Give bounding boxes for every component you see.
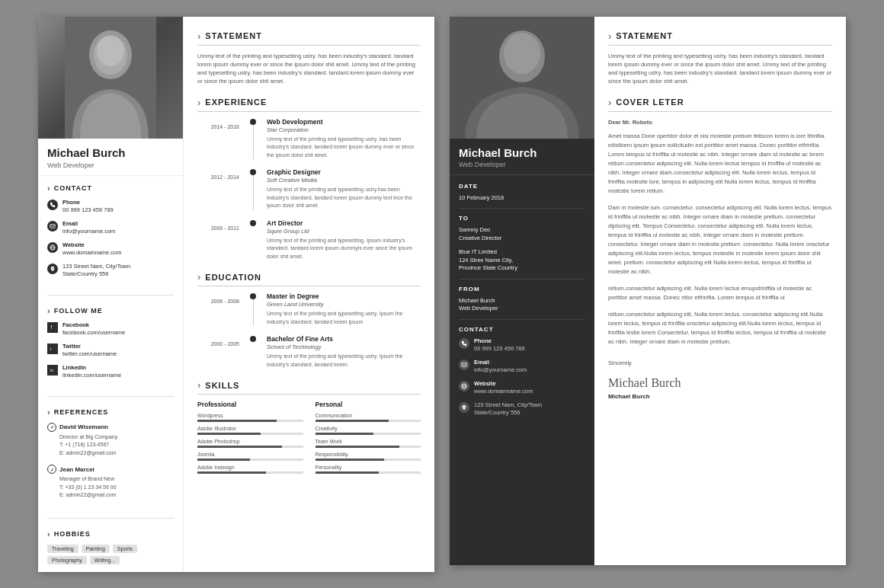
skills-container: Professional Wordpress Adobe Illustrator…	[197, 401, 421, 478]
ref1: David Wisemann Director at Big Company T…	[47, 423, 174, 458]
timeline-line	[253, 125, 254, 160]
ref1-icon	[47, 423, 56, 432]
page1: Michael Burch Web Developer CONTACT Phon…	[38, 17, 434, 572]
phone-text: Phone 00 999 123 456 789	[62, 199, 114, 215]
timeline-dot-line	[247, 335, 259, 369]
page2: Michael Burch Web Developer DATE 10 Febr…	[450, 17, 846, 565]
timeline-right: Graphic Designer Soft Creative Media Umm…	[267, 168, 421, 210]
linkedin-text: Linkedin linkedin.com/username	[62, 364, 121, 380]
skill-name: Adobe Photoshop	[197, 439, 303, 444]
p2-to-company: Blue IT Limited 124 Stree Name City, Pro…	[459, 248, 585, 273]
skill-bar-bg	[315, 459, 421, 461]
person-title: Web Developer	[47, 161, 174, 169]
follow-section: FOLLOW ME f Facebook facebook.com/userna…	[38, 299, 183, 393]
skill-bar-fill	[315, 471, 379, 474]
statement-text: Ummy text of the printing and typesettin…	[197, 52, 421, 86]
hobby-tags: TravelingPaintingSportsPhotographyWritin…	[47, 545, 174, 564]
statement-header: STATEMENT	[197, 30, 421, 46]
follow-heading: FOLLOW ME	[47, 306, 174, 315]
skill-bar-fill	[315, 420, 389, 422]
timeline-right: Master in Degree Green Land University U…	[267, 292, 421, 326]
timeline-right: Web Development Star Corporation Ummy te…	[267, 118, 421, 160]
timeline-dot-line	[247, 219, 259, 261]
p2-to-label: TO	[459, 215, 585, 222]
divider2	[47, 396, 174, 397]
svg-rect-15	[462, 363, 466, 366]
svg-point-3	[97, 36, 124, 66]
page2-sidebar: Michael Burch Web Developer DATE 10 Febr…	[450, 17, 594, 565]
timeline-item: 2014 - 2016 Web Development Star Corpora…	[197, 118, 421, 160]
skill-item: Adobe Illustrator	[197, 426, 303, 435]
job-desc: Ummy text of the printing and typesettin…	[267, 237, 421, 261]
pages-container: Michael Burch Web Developer CONTACT Phon…	[38, 17, 846, 572]
timeline-dot	[250, 119, 256, 125]
svg-point-8	[52, 267, 53, 269]
skills-header: SKILLS	[197, 379, 421, 395]
phone-icon	[47, 200, 58, 210]
website-icon	[47, 242, 58, 253]
hobby-tag: Painting	[82, 545, 110, 553]
timeline-dot-line	[247, 168, 259, 210]
contact-section: CONTACT Phone 00 999 123 456 789 E	[38, 176, 183, 292]
linkedin-item: in Linkedin linkedin.com/username	[47, 364, 174, 380]
signature-name: Michael Burch	[608, 393, 832, 400]
facebook-text: Facebook facebook.com/username	[62, 321, 125, 337]
dear-text: Dear Mr. Roboto	[608, 118, 832, 127]
timeline-line	[253, 175, 254, 210]
email-text: Email info@yourname.com	[62, 220, 115, 236]
hobbies-heading: HOBBIES	[47, 529, 174, 538]
hobby-tag: Photography	[47, 556, 87, 564]
signature-area: Sincerely Michael Burch Michael Burch	[608, 359, 832, 400]
page1-sidebar: Michael Burch Web Developer CONTACT Phon…	[38, 17, 183, 572]
skill-name: Personality	[315, 465, 421, 470]
p2-from-label: FROM	[459, 286, 585, 292]
skill-name: Creativity	[315, 426, 421, 431]
skill-bar-bg	[315, 420, 421, 422]
p2-avatar	[450, 17, 594, 139]
divider1	[47, 295, 174, 296]
linkedin-icon: in	[47, 365, 58, 375]
p2-email-item: Email info@yourname.com	[459, 359, 585, 375]
photo-area	[38, 17, 183, 139]
location-icon	[47, 264, 58, 274]
skill-item: Team Work	[315, 439, 421, 448]
skill-bar-bg	[197, 420, 303, 422]
skill-bar-fill	[197, 471, 266, 474]
cover-header: COVER LETER	[608, 97, 832, 112]
skill-bar-fill	[197, 420, 277, 422]
timeline-left: 2009 - 2011	[197, 219, 239, 261]
company: Soft Creative Media	[267, 177, 421, 184]
p2-div3	[459, 319, 585, 320]
svg-text:in: in	[50, 368, 53, 372]
pers-skills-list: Communication Creativity Team Work Respo…	[315, 413, 421, 474]
timeline-date: 2009 - 2011	[211, 225, 239, 231]
ref1-details: Director at Big Company T: +1 (718) 123-…	[47, 433, 174, 458]
p2-to-name: Sammy Deo Creative Director	[459, 226, 585, 242]
name-area: Michael Burch Web Developer	[38, 139, 183, 176]
skill-item: Adobe Indesign	[197, 465, 303, 474]
skill-bar-fill	[315, 459, 384, 461]
p2-statement-title: STATEMENT	[616, 31, 673, 40]
p2-date-section: DATE 10 February 2018 TO Sammy Deo Creat…	[450, 175, 594, 430]
timeline-left: 2012 - 2014	[197, 168, 239, 210]
skill-item: Communication	[315, 413, 421, 422]
skill-bar-bg	[315, 446, 421, 448]
sincerely-text: Sincerely	[608, 359, 832, 368]
person-avatar	[65, 17, 156, 139]
email-item: Email info@yourname.com	[47, 220, 174, 236]
ref2: Jean Marcel Manager of Brand New T: +33 …	[47, 465, 174, 500]
timeline-date: 2006 - 2008	[211, 299, 239, 304]
pro-skills-list: Wordpress Adobe Illustrator Adobe Photos…	[197, 413, 303, 474]
skill-item: Adobe Photoshop	[197, 439, 303, 448]
contact-heading: CONTACT	[47, 184, 174, 193]
facebook-icon: f	[47, 322, 58, 333]
job-desc: Ummy text of the printing and typesettin…	[267, 136, 421, 160]
education-header: EDUCATION	[197, 271, 421, 286]
skill-item: Joomla	[197, 452, 303, 461]
skill-item: Personality	[315, 465, 421, 474]
address-text: 123 Street Nam, City/Town State/Country …	[62, 263, 130, 279]
email-icon	[47, 221, 58, 232]
cover-para2: Dam in molestie lum. consectetur. consec…	[608, 203, 832, 276]
timeline-dot	[250, 169, 256, 175]
p2-address-text: 123 Street Nam, City/Town State/Country …	[474, 401, 542, 417]
